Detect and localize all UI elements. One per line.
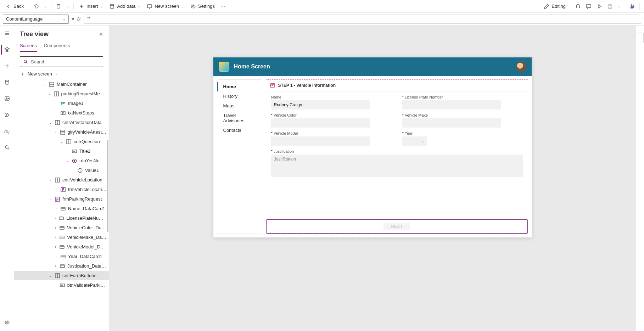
chevron-down-icon[interactable]: ⌄: [54, 130, 58, 134]
scrollbar-thumb[interactable]: [107, 140, 108, 232]
tree-view-button[interactable]: [1, 45, 11, 55]
insert-button[interactable]: Insert ⌄: [76, 2, 106, 11]
save-button[interactable]: [605, 2, 615, 11]
chevron-right-icon[interactable]: ›: [54, 264, 57, 268]
make-input[interactable]: [402, 118, 501, 128]
name-input[interactable]: [271, 100, 370, 110]
virtual-agent-button[interactable]: [573, 2, 583, 11]
ellipsis-icon: ···: [220, 4, 225, 9]
tab-components[interactable]: Components: [44, 40, 70, 52]
menu-maps[interactable]: Maps: [217, 101, 262, 111]
tree-item-VehicleMake_DataCard1[interactable]: ›VehicleMake_DataCard1: [14, 232, 109, 242]
color-input[interactable]: [271, 118, 370, 128]
chevron-right-icon[interactable]: ›: [54, 226, 57, 230]
chevron-right-icon[interactable]: ›: [54, 187, 58, 191]
power-automate-button[interactable]: [2, 110, 12, 120]
tab-screens[interactable]: Screens: [20, 40, 37, 52]
close-tree-button[interactable]: ✕: [99, 32, 103, 37]
chevron-down-icon[interactable]: ⌄: [48, 197, 52, 201]
model-input[interactable]: [271, 136, 370, 146]
settings-button[interactable]: Settings: [187, 2, 218, 11]
chevron-right-icon[interactable]: ›: [54, 245, 57, 249]
editing-mode-button[interactable]: Editing: [541, 2, 569, 11]
chevron-down-icon[interactable]: ⌄: [48, 120, 52, 124]
next-button[interactable]: NEXT: [383, 223, 410, 230]
back-button[interactable]: Back: [3, 2, 27, 11]
canvas-area: Home Screen Home History Maps Travel Adv…: [109, 26, 635, 331]
tree-item-parkingRequestMenuContainer[interactable]: ⌄parkingRequestMenuContainer: [14, 89, 109, 99]
new-screen-button[interactable]: New screen ⌄: [144, 2, 187, 11]
tree-item-cntrAttestationData[interactable]: ⌄cntrAttestationData: [14, 118, 109, 127]
chevron-right-icon[interactable]: ›: [54, 235, 57, 239]
properties-panel-collapsed[interactable]: [637, 33, 644, 43]
tree-item-cntrQuestion[interactable]: ⌄cntrQuestion: [14, 137, 109, 146]
workspace: (x) Tree view ✕ Screens Components New s…: [0, 26, 644, 331]
more-button[interactable]: ···: [218, 2, 228, 10]
chevron-right-icon[interactable]: ›: [54, 216, 56, 220]
app-screen: Home Screen Home History Maps Travel Adv…: [213, 57, 532, 237]
preview-button[interactable]: [594, 2, 604, 11]
tree-item-MainContainer[interactable]: ⌄MainContainer: [14, 79, 109, 89]
menu-contacts[interactable]: Contacts: [217, 125, 262, 135]
save-chevron[interactable]: ⌄: [616, 3, 623, 10]
share-button[interactable]: [627, 2, 637, 11]
tree-item-rdoYesNo[interactable]: ⌄rdoYesNo: [14, 156, 109, 166]
license-input[interactable]: [402, 100, 501, 110]
tree-item-LicensePlateNumber_DataCard1[interactable]: ›LicensePlateNumber_DataCard1: [14, 213, 109, 223]
tree-view-panel: Tree view ✕ Screens Components New scree…: [14, 26, 109, 331]
data-pane-button[interactable]: [2, 77, 12, 87]
tree-item-glryVehicleAttestation[interactable]: ⌄glryVehicleAttestation: [14, 127, 109, 137]
tree-item-VehicleColor_DataCard1[interactable]: ›VehicleColor_DataCard1: [14, 223, 109, 232]
tree-item-txtNextSteps[interactable]: txtNextSteps: [14, 108, 109, 118]
tree-item-Year_DataCard1[interactable]: ›Year_DataCard1: [14, 252, 109, 261]
tree-item-frmParkingRequest[interactable]: ⌄frmParkingRequest: [14, 194, 109, 204]
chevron-down-icon[interactable]: ⌄: [48, 178, 52, 182]
info-icon: [77, 168, 83, 173]
hamburger-button[interactable]: [2, 28, 12, 38]
tree-item-Value1[interactable]: Value1: [14, 166, 109, 175]
chevron-down-icon[interactable]: ⌄: [48, 92, 51, 96]
chevron-down-icon: ⌄: [44, 4, 47, 8]
menu-home[interactable]: Home: [217, 82, 262, 91]
tree-item-cntrVehicleLocation[interactable]: ⌄cntrVehicleLocation: [14, 175, 109, 185]
form-footer-selected[interactable]: NEXT: [266, 219, 528, 234]
chevron-down-icon[interactable]: ⌄: [60, 140, 64, 144]
user-avatar[interactable]: [516, 62, 526, 72]
menu-history[interactable]: History: [217, 91, 262, 101]
tree-item-Name_DataCard1[interactable]: ›Name_DataCard1: [14, 204, 109, 213]
svg-point-11: [6, 98, 7, 99]
variables-button[interactable]: (x): [2, 126, 12, 136]
chevron-right-icon[interactable]: ›: [54, 254, 58, 258]
menu-travel[interactable]: Travel Advisories: [217, 111, 262, 125]
tree-item-Title2[interactable]: Title2: [14, 146, 109, 156]
search-rail-button[interactable]: [2, 142, 12, 152]
insert-pane-button[interactable]: [2, 61, 12, 71]
comments-button[interactable]: [584, 2, 594, 11]
tree-search-input[interactable]: [30, 59, 100, 65]
tree-item-Justication_DataCard1[interactable]: ›Justication_DataCard1: [14, 261, 109, 271]
undo-chevron[interactable]: ⌄: [42, 3, 49, 10]
property-selector[interactable]: ContentLanguage ⌄: [3, 15, 69, 24]
tree-item-Image1[interactable]: Image1: [14, 99, 109, 108]
right-rail: [635, 26, 644, 331]
chevron-down-icon[interactable]: ⌄: [65, 159, 69, 163]
new-screen-tree-button[interactable]: New screen ⌄: [14, 70, 109, 79]
year-select[interactable]: ⌄: [402, 136, 427, 146]
paste-button[interactable]: [54, 2, 63, 11]
tree-item-cntrFormButtons[interactable]: ⌄cntrFormButtons: [14, 271, 109, 280]
settings-rail-button[interactable]: [2, 318, 12, 327]
chevron-down-icon[interactable]: ⌄: [43, 82, 47, 86]
undo-button[interactable]: [31, 2, 41, 11]
tree-item-frmVehicleLocation[interactable]: ›frmVehicleLocation: [14, 185, 109, 194]
tree-search[interactable]: [20, 56, 103, 67]
chevron-right-icon[interactable]: ›: [54, 207, 58, 211]
chevron-down-icon[interactable]: ⌄: [48, 274, 52, 277]
media-pane-button[interactable]: [2, 94, 12, 103]
formula-input[interactable]: "": [84, 15, 641, 24]
justification-input[interactable]: Justification: [271, 155, 523, 177]
tree-scrollbar[interactable]: [106, 79, 108, 331]
paste-chevron[interactable]: ⌄: [64, 3, 71, 10]
add-data-button[interactable]: Add data ⌄: [106, 2, 143, 11]
tree-item-VehicleModel_DataCard1[interactable]: ›VehicleModel_DataCard1: [14, 242, 109, 252]
tree-item-btnValidateParkingForm[interactable]: btnValidateParkingForm: [14, 280, 109, 290]
